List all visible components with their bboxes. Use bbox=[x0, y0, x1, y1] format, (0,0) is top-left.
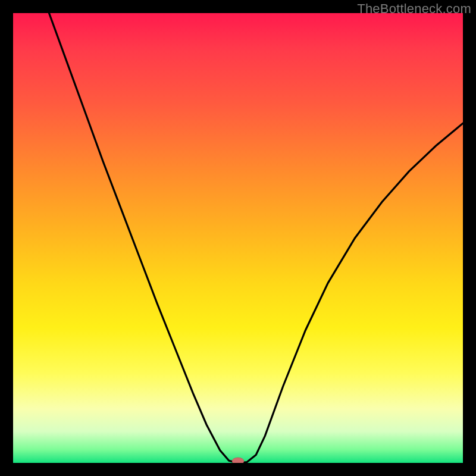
watermark-text: TheBottleneck.com bbox=[357, 1, 471, 17]
plot-area bbox=[13, 13, 463, 463]
bottleneck-curve-svg bbox=[13, 13, 463, 463]
optimum-marker bbox=[232, 458, 244, 463]
plot-frame: TheBottleneck.com bbox=[0, 0, 476, 476]
bottleneck-curve bbox=[49, 13, 463, 463]
